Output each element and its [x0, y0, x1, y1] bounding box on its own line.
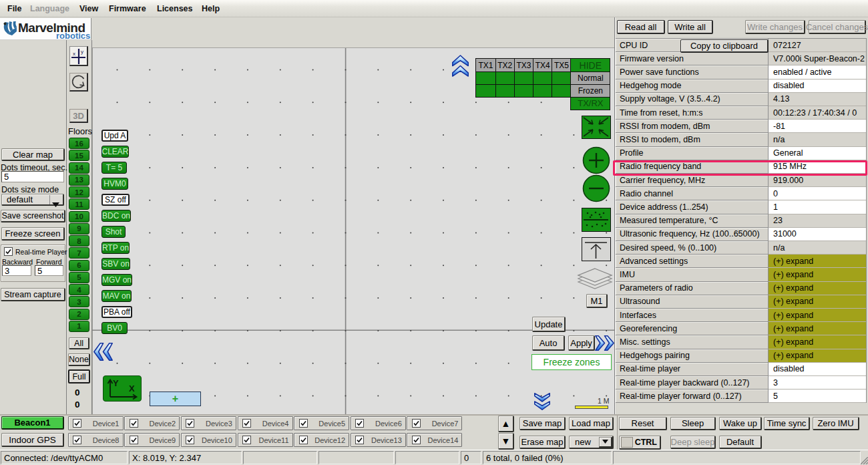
svg-text:Y: Y [113, 378, 119, 388]
svg-text:x: x [73, 51, 75, 57]
svg-text:X: X [129, 383, 135, 394]
svg-text:y: y [81, 49, 83, 55]
